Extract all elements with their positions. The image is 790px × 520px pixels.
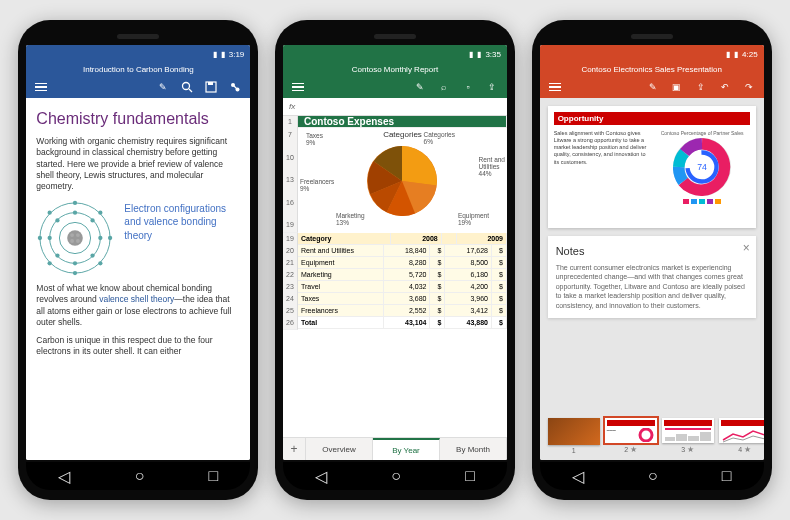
cell[interactable]: Total [298,317,384,329]
heading-1: Chemistry fundamentals [36,108,240,130]
ppt-screen: ▮ ▮ 4:25 Contoso Electronics Sales Prese… [540,45,764,460]
pie-chart[interactable]: Categories Taxes9% Categories6% R [298,128,507,228]
cell[interactable]: $ [492,281,507,293]
cell[interactable]: 3,960 [445,293,492,305]
menu-icon[interactable] [548,80,562,94]
toolbar: ✎ ⌕ ▫ ⇪ [283,76,507,98]
tab-by-month[interactable]: By Month [440,438,507,460]
save-icon[interactable] [204,80,218,94]
cell[interactable]: $ [430,317,445,329]
add-sheet-button[interactable]: + [283,438,306,460]
cell[interactable]: $ [492,317,507,329]
cell[interactable]: $ [430,305,445,317]
cell[interactable]: $ [430,257,445,269]
sheet-title[interactable]: Contoso Expenses [298,116,507,128]
home-icon[interactable]: ○ [135,467,145,485]
recent-icon[interactable]: □ [722,467,732,485]
recent-icon[interactable]: □ [465,467,475,485]
signal-icon: ▮ [213,50,217,59]
cell[interactable]: 2009 [457,233,507,245]
present-icon[interactable]: ▣ [670,80,684,94]
row-number[interactable]: 26 [283,317,298,330]
thumbnail[interactable]: 3★ [662,418,714,454]
cell[interactable]: 43,104 [384,317,431,329]
cell[interactable]: 4,200 [445,281,492,293]
cell[interactable]: 5,720 [384,269,431,281]
cell[interactable]: $ [430,281,445,293]
share-icon[interactable]: ⇪ [485,80,499,94]
cell[interactable]: 3,412 [445,305,492,317]
home-icon[interactable]: ○ [648,467,658,485]
save-icon[interactable]: ▫ [461,80,475,94]
cell[interactable]: $ [430,245,445,257]
excel-screen: ▮ ▮ 3:35 Contoso Monthly Report ✎ ⌕ ▫ ⇪ … [283,45,507,460]
phone-powerpoint: ▮ ▮ 4:25 Contoso Electronics Sales Prese… [532,20,772,500]
notes-body: The current consumer electronics market … [556,263,748,310]
thumbnail[interactable]: 1 [548,418,600,454]
redo-icon[interactable]: ↷ [742,80,756,94]
back-icon[interactable]: ◁ [58,467,70,486]
undo-icon[interactable]: ↶ [718,80,732,94]
search-icon[interactable]: ⌕ [437,80,451,94]
thumbnail[interactable]: ▬▬▬ 2★ [605,418,657,454]
cell[interactable]: Rent and Utilities [298,245,384,257]
row-numbers[interactable]: 710131619 [283,128,298,233]
cell[interactable]: Freelancers [298,305,384,317]
edit-icon[interactable]: ✎ [646,80,660,94]
cell[interactable]: Taxes [298,293,384,305]
cell[interactable]: 6,180 [445,269,492,281]
spreadsheet-body[interactable]: 1 Contoso Expenses 710131619 Categories [283,116,507,437]
share-icon[interactable]: ⇪ [694,80,708,94]
slide-chart: Contoso Percentage of Partner Sales 74 [655,112,750,222]
tab-overview[interactable]: Overview [306,438,373,460]
document-body[interactable]: Chemistry fundamentals Working with orga… [26,98,250,460]
cell[interactable]: Equipment [298,257,384,269]
back-icon[interactable]: ◁ [572,467,584,486]
notes-panel[interactable]: × Notes The current consumer electronics… [548,236,756,318]
document-title: Introduction to Carbon Bonding [26,63,250,76]
cell[interactable]: Category [298,233,392,245]
cell[interactable]: 3,680 [384,293,431,305]
cell[interactable]: $ [492,245,507,257]
menu-icon[interactable] [291,80,305,94]
cell[interactable]: $ [492,269,507,281]
cell[interactable]: $ [492,305,507,317]
data-table[interactable]: 19Category2008200920Rent and Utilities18… [283,233,507,329]
formula-bar[interactable]: fx [283,98,507,116]
slide-thumbnails: 1 ▬▬▬ 2★ 3★ 4★ [540,412,764,460]
share-icon[interactable] [228,80,242,94]
cell[interactable]: 4,032 [384,281,431,293]
formula-input[interactable] [301,101,501,112]
menu-icon[interactable] [34,80,48,94]
cell[interactable]: 2,552 [384,305,431,317]
cell[interactable]: $ [430,293,445,305]
cell[interactable]: Marketing [298,269,384,281]
thumbnail[interactable]: 4★ [719,418,764,454]
cell[interactable]: 43,880 [445,317,492,329]
cell[interactable]: $ [492,257,507,269]
svg-point-15 [48,210,52,214]
cell[interactable] [442,233,457,245]
svg-point-27 [76,233,80,237]
back-icon[interactable]: ◁ [315,467,327,486]
home-icon[interactable]: ○ [391,467,401,485]
cell[interactable]: 8,500 [445,257,492,269]
cell[interactable]: $ [492,293,507,305]
cell[interactable]: 2008 [391,233,441,245]
close-icon[interactable]: × [743,242,750,254]
edit-icon[interactable]: ✎ [413,80,427,94]
search-icon[interactable] [180,80,194,94]
link-valence[interactable]: valence shell theory [99,294,174,304]
cell[interactable]: 8,280 [384,257,431,269]
heading-2: Electron configurations and valence bond… [124,202,240,243]
svg-point-26 [70,233,74,237]
edit-icon[interactable]: ✎ [156,80,170,94]
cell[interactable]: $ [430,269,445,281]
recent-icon[interactable]: □ [209,467,219,485]
cell[interactable]: 18,840 [384,245,431,257]
tab-by-year[interactable]: By Year [373,438,440,460]
cell[interactable]: Travel [298,281,384,293]
sheet-tabs: + Overview By Year By Month [283,437,507,460]
cell[interactable]: 17,628 [445,245,492,257]
slide-canvas[interactable]: Opportunity Sales alignment with Contoso… [548,106,756,228]
